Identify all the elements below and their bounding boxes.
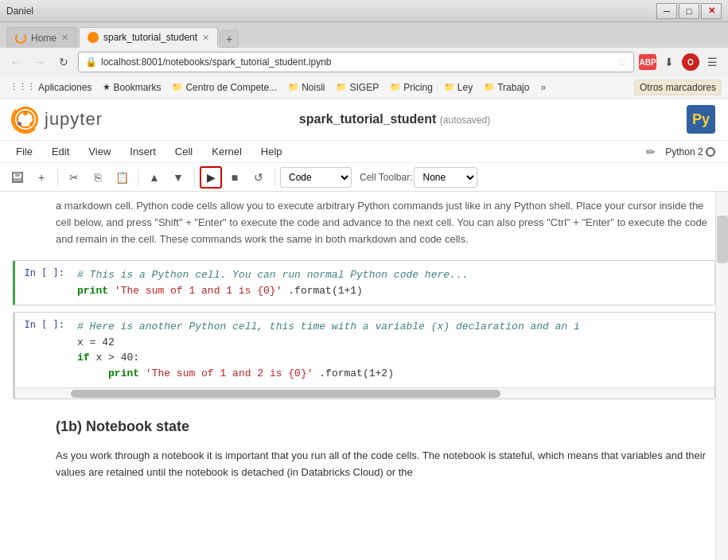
reload-button[interactable]: ↻ <box>54 52 73 72</box>
stop-button[interactable]: ■ <box>224 166 246 189</box>
bookmark-trabajo[interactable]: 📁 Trabajo <box>481 80 532 95</box>
menu-insert[interactable]: Insert <box>127 144 159 159</box>
toolbar: + ✂ ⎘ 📋 ▲ ▼ ▶ ■ ↺ Code Cell Toolbar: Non… <box>0 163 728 192</box>
code-keyword-print-1: print <box>77 285 108 297</box>
bookmark-centro[interactable]: 📁 Centro de Compete... <box>169 80 280 95</box>
tab-home-close[interactable]: ✕ <box>61 33 68 43</box>
menu-help[interactable]: Help <box>258 144 286 159</box>
new-tab-button[interactable]: + <box>220 30 239 48</box>
tab-notebook[interactable]: spark_tutorial_student ✕ <box>79 27 218 48</box>
run-cell-button[interactable]: ▶ <box>200 166 222 189</box>
folder-centro-icon: 📁 <box>172 82 183 92</box>
section-heading: (1b) Notebook state <box>0 406 728 441</box>
bookmark-noisli[interactable]: 📁 Noisli <box>285 80 328 95</box>
titlebar: Daniel ─ □ ✕ <box>0 0 728 22</box>
code-area-2[interactable]: # Here is another Python cell, this time… <box>71 313 714 387</box>
code-line-2-2: x = 42 <box>77 335 708 351</box>
address-bar: ← → ↻ 🔒 localhost:8001/notebooks/spark_t… <box>0 48 728 76</box>
python-badge-text: Py <box>692 111 710 128</box>
code-area-1[interactable]: # This is a Python cell. You can run nor… <box>71 261 714 305</box>
bookmarks-more-button[interactable]: » <box>540 82 546 93</box>
bookmark-bookmarks[interactable]: ★ Bookmarks <box>99 80 164 95</box>
code-line-1-1: # This is a Python cell. You can run nor… <box>77 267 708 283</box>
code-comment-1: # This is a Python cell. You can run nor… <box>77 269 468 281</box>
jupyter-logo-svg <box>15 108 36 130</box>
code-cell-2[interactable]: In [ ]: # Here is another Python cell, t… <box>13 312 715 399</box>
cut-button[interactable]: ✂ <box>63 166 85 189</box>
adblock-button[interactable]: ABP <box>639 54 656 70</box>
forward-button[interactable]: → <box>30 52 49 72</box>
bookmark-pricing[interactable]: 📁 Pricing <box>387 80 436 95</box>
move-up-button[interactable]: ▲ <box>143 166 165 189</box>
save-icon <box>11 171 24 184</box>
toolbar-sep2 <box>138 169 138 186</box>
notebook-body[interactable]: a markdown cell. Python code cells allow… <box>0 192 728 560</box>
bookmark-aplicaciones[interactable]: ⋮⋮⋮ Aplicaciones <box>6 80 95 95</box>
paste-button[interactable]: 📋 <box>111 166 133 189</box>
back-button[interactable]: ← <box>6 52 25 72</box>
folder-sigep-icon: 📁 <box>336 82 347 92</box>
intro-text: a markdown cell. Python code cells allow… <box>56 198 715 247</box>
save-button[interactable] <box>6 166 29 189</box>
code-prompt-1: In [ ]: <box>15 261 71 305</box>
menu-right: ✏ Python 2 <box>646 146 715 158</box>
code-line-1-2: print 'The sum of 1 and 1 is {0}' .forma… <box>77 283 708 299</box>
cell-toolbar-label: Cell Toolbar: <box>360 172 412 183</box>
star-icon: ★ <box>103 82 111 92</box>
menu-view[interactable]: View <box>85 144 114 159</box>
scrollbar-thumb <box>717 216 728 263</box>
add-cell-button[interactable]: + <box>30 166 53 189</box>
code-line-2-1: # Here is another Python cell, this time… <box>77 319 708 335</box>
bookmark-centro-label: Centro de Compete... <box>185 82 277 93</box>
code-keyword-print-2: print <box>108 368 139 379</box>
move-down-button[interactable]: ▼ <box>167 166 189 189</box>
bookmark-sigep[interactable]: 📁 SIGEP <box>333 80 382 95</box>
titlebar-controls: ─ □ ✕ <box>656 3 722 19</box>
pocket-icon[interactable]: ⬇ <box>660 52 679 72</box>
bookmark-star-icon[interactable]: ☆ <box>617 56 627 68</box>
cell-type-select[interactable]: Code <box>280 167 352 188</box>
svg-point-3 <box>18 122 21 126</box>
code-format-1: .format(1+1) <box>288 285 363 297</box>
edit-pencil-icon[interactable]: ✏ <box>646 146 656 158</box>
close-button[interactable]: ✕ <box>701 3 722 19</box>
tab-notebook-label: spark_tutorial_student <box>103 32 197 43</box>
url-text: localhost:8001/notebooks/spark_tutorial_… <box>101 56 612 68</box>
menu-icon[interactable]: ☰ <box>703 52 722 72</box>
bookmark-ley[interactable]: 📁 Ley <box>441 80 476 95</box>
menu-file[interactable]: File <box>13 144 36 159</box>
tab-home[interactable]: Home ✕ <box>6 27 77 48</box>
maximize-button[interactable]: □ <box>679 3 699 19</box>
code-cell-2-scrollbar[interactable] <box>15 387 714 399</box>
bookmark-noisli-label: Noisli <box>302 82 325 93</box>
right-scrollbar[interactable] <box>715 192 728 560</box>
bookmarks-overflow: Otros marcadores <box>634 80 722 95</box>
tab-bar: Home ✕ spark_tutorial_student ✕ + <box>0 22 728 48</box>
cell-toolbar-select[interactable]: None <box>414 167 477 188</box>
notebook-title-area: spark_tutorial_student (autosaved) <box>299 112 490 126</box>
code-keyword-if: if <box>77 352 90 364</box>
opera-button[interactable]: O <box>682 53 699 71</box>
other-bookmarks-button[interactable]: Otros marcadores <box>634 80 722 95</box>
restart-button[interactable]: ↺ <box>247 166 270 189</box>
python-badge: Py <box>687 105 715 134</box>
menu-cell[interactable]: Cell <box>172 144 196 159</box>
code-cell-1[interactable]: In [ ]: # This is a Python cell. You can… <box>13 260 715 305</box>
menu-edit[interactable]: Edit <box>49 144 72 159</box>
minimize-button[interactable]: ─ <box>656 3 677 19</box>
bookmark-bookmarks-label: Bookmarks <box>113 82 161 93</box>
url-favicon: 🔒 <box>85 56 96 68</box>
tab-notebook-close[interactable]: ✕ <box>202 33 209 43</box>
bookmark-ley-label: Ley <box>457 82 473 93</box>
code-x-assign: x = 42 <box>77 336 115 348</box>
notebook-name-text: spark_tutorial_student <box>299 112 436 126</box>
bookmark-sigep-label: SIGEP <box>349 82 379 93</box>
toolbar-sep3 <box>194 169 195 186</box>
svg-rect-6 <box>14 178 21 181</box>
copy-button[interactable]: ⎘ <box>87 166 109 189</box>
code-cell-2-inner: In [ ]: # Here is another Python cell, t… <box>15 313 714 387</box>
menu-kernel[interactable]: Kernel <box>208 144 245 159</box>
toolbar-sep4 <box>274 169 275 186</box>
url-bar[interactable]: 🔒 localhost:8001/notebooks/spark_tutoria… <box>78 52 634 72</box>
code-indent <box>77 368 102 379</box>
